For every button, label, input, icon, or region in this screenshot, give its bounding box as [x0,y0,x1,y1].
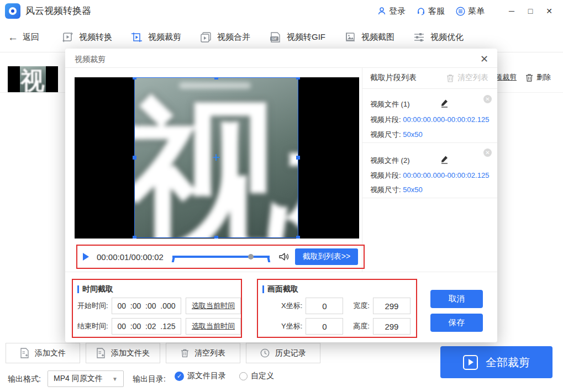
start-time-input[interactable] [112,298,181,314]
dialog-title: 视频裁剪 [75,55,106,65]
pick-current-start-button[interactable]: 选取当前时间 [186,298,241,314]
radio-source-dir[interactable]: ✓ 源文件目录 [175,371,226,381]
delete-label: 删除 [536,72,551,82]
tab-video-convert[interactable]: 视频转换 [62,22,112,52]
history-button[interactable]: 历史记录 [246,343,320,363]
playhead[interactable] [248,254,254,259]
tab-video-screenshot[interactable]: 视频截图 [344,22,394,52]
segment-name: 视频文件 (1) [370,99,410,109]
add-folder-button[interactable]: 添加文件夹 [86,343,160,363]
output-format-dropdown[interactable]: MP4 同原文件 ▼ [48,370,124,387]
crop-selection-box[interactable]: 视频 + [134,77,298,238]
segment-divider [362,198,497,198]
app-title: 风云视频转换器 [25,0,91,22]
feature-tabs: 视频转换 视频裁剪 视频合并 GIF 视频 [62,22,464,52]
section-accent-bar [262,285,264,293]
frame-capture-section: 画面截取 X坐标: 宽度: Y坐标: 高度: [257,279,417,338]
video-convert-icon [62,31,73,43]
trash-icon [446,74,454,82]
tab-label: 视频截图 [361,32,394,43]
add-file-button[interactable]: 添加文件 [6,343,80,363]
crop-handle-top[interactable] [214,77,218,80]
tab-video-to-gif[interactable]: GIF 视频转GIF [269,22,325,52]
cancel-button[interactable]: 取消 [430,290,483,308]
history-label: 历史记录 [275,348,306,358]
tab-label: 视频裁剪 [148,32,181,43]
edit-pencil-icon[interactable] [440,98,449,108]
svg-text:GIF: GIF [272,37,277,40]
row-delete-button[interactable]: 删除 [525,72,551,82]
time-capture-section: 时间截取 开始时间: 选取当前时间 结束时间: 选取当前时间 [72,279,242,338]
crop-handle-bottom[interactable] [214,236,218,239]
trim-handle-end[interactable] [267,256,271,262]
headset-icon [417,7,425,15]
back-arrow-icon: ← [8,31,18,44]
speaker-icon[interactable] [278,252,290,262]
menu-button[interactable]: 菜单 [456,6,485,17]
login-button[interactable]: 登录 [377,6,406,17]
crop-handle-bottom-right[interactable] [296,236,300,239]
crop-handle-top-left[interactable] [133,77,136,80]
crop-handle-bottom-left[interactable] [133,236,136,239]
title-bar: 风云视频转换器 登录 客服 菜单 ─ [0,0,563,22]
segment-clear-button[interactable]: 清空列表 [446,73,488,83]
output-format-value: MP4 同原文件 [54,374,103,384]
video-thumbnail[interactable]: 视 [8,66,58,92]
height-input[interactable] [373,318,411,335]
crop-handle-top-right[interactable] [296,77,300,80]
app-logo-icon [5,3,20,19]
play-button[interactable] [83,253,89,261]
login-label: 登录 [389,6,406,17]
menu-icon [456,7,465,16]
x-coord-input[interactable] [306,298,343,314]
output-dir-label: 输出目录: [133,374,166,384]
seek-slider[interactable] [172,251,270,262]
tab-video-crop[interactable]: 视频裁剪 [131,22,181,52]
y-coord-input[interactable] [306,318,343,335]
segment-remove-button[interactable]: ✕ [483,149,492,157]
play-square-icon [463,355,478,370]
segment-remove-button[interactable]: ✕ [483,95,492,103]
tab-label: 视频转GIF [287,32,325,43]
player-controls: 00:00:01/00:00:02 截取到列表>> [76,245,365,269]
back-button[interactable]: ← 返回 [8,22,39,52]
edit-pencil-icon[interactable] [440,155,449,164]
maximize-button[interactable]: □ [522,3,539,19]
crop-handle-right[interactable] [296,156,300,160]
user-icon [377,7,386,15]
end-time-input[interactable] [112,318,181,335]
trash-icon [181,348,189,358]
save-button[interactable]: 保存 [430,314,483,332]
time-capture-title: 时间截取 [77,284,113,294]
segment-size-value: 50x50 [403,186,422,194]
segment-divider [362,88,497,89]
minimize-button[interactable]: ─ [503,3,520,19]
thumbnail-image: 视 [20,66,46,92]
crop-handle-left[interactable] [133,156,136,160]
radio-checked-icon: ✓ [175,372,184,381]
width-input[interactable] [373,298,411,314]
segment-size-row: 视频尺寸: 50x50 [370,185,423,195]
pick-current-end-button[interactable]: 选取当前时间 [186,318,241,335]
crop-all-button[interactable]: 全部裁剪 [440,346,553,378]
y-coord-label: Y坐标: [281,321,302,331]
radio-custom-dir[interactable]: 自定义 [239,371,274,381]
dialog-close-button[interactable]: ✕ [480,53,488,65]
support-button[interactable]: 客服 [417,6,445,17]
tab-video-merge[interactable]: 视频合并 [200,22,250,52]
close-button[interactable]: ✕ [541,3,557,19]
segment-list-header: 截取片段列表 [370,73,417,83]
clear-list-button[interactable]: 清空列表 [166,343,240,363]
time-display: 00:00:01/00:00:02 [97,252,164,262]
main-toolbar: ← 返回 视频转换 视频裁剪 视频合并 [0,22,563,52]
menu-label: 菜单 [468,6,485,17]
output-format-label: 输出格式: [8,374,41,384]
clock-icon [260,348,270,358]
capture-to-list-button[interactable]: 截取到列表>> [295,248,358,265]
video-crop-icon [131,31,143,43]
slider-track [172,256,270,258]
dialog-header-divider [65,67,497,68]
add-folder-label: 添加文件夹 [111,348,150,358]
tab-label: 视频优化 [430,32,464,43]
tab-video-optimize[interactable]: 视频优化 [413,22,464,52]
